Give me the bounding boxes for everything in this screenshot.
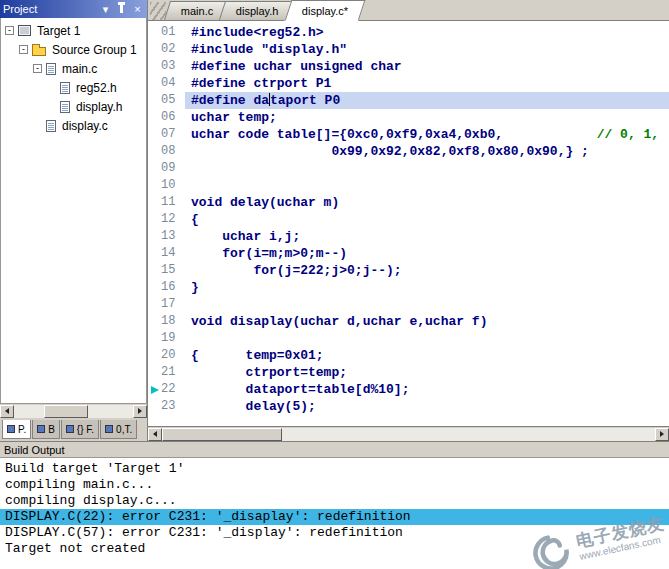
line-gutter: 06 [148, 109, 185, 126]
code-line[interactable]: 04#define ctrport P1 [148, 75, 669, 92]
code-text[interactable]: uchar temp; [185, 109, 669, 126]
code-text[interactable]: #define dataport P0 [185, 92, 669, 109]
line-gutter: 05 [148, 92, 185, 109]
code-text[interactable]: delay(5); [185, 398, 669, 415]
build-output-line[interactable]: DISPLAY.C(22): error C231: '_disaplay': … [0, 509, 669, 525]
pin-icon[interactable] [115, 3, 128, 16]
code-line[interactable]: 01#include<reg52.h> [148, 24, 669, 41]
project-tab[interactable]: P. [2, 420, 31, 439]
line-number: 17 [161, 296, 175, 313]
collapse-icon[interactable]: - [19, 45, 28, 54]
templates-tab[interactable]: 0,T. [100, 420, 137, 439]
line-number: 11 [161, 194, 175, 211]
code-line[interactable]: 06uchar temp; [148, 109, 669, 126]
editor-panel: main.cdisplay.hdisplay.c* 01#include<reg… [148, 0, 669, 441]
tree-item-main-c[interactable]: -main.c [1, 59, 146, 78]
chevron-down-icon[interactable]: ▾ [99, 3, 112, 16]
scroll-right-button[interactable] [133, 405, 147, 418]
code-line[interactable]: 08 0x99,0x92,0x82,0xf8,0x80,0x90,} ; [148, 143, 669, 160]
code-line[interactable]: 07uchar code table[]={0xc0,0xf9,0xa4,0xb… [148, 126, 669, 143]
build-output-log[interactable]: Build target 'Target 1'compiling main.c.… [0, 458, 669, 569]
tree-item-target-1[interactable]: -Target 1 [1, 21, 146, 40]
triangle-left-icon [153, 431, 157, 437]
build-output-line[interactable]: DISPLAY.C(57): error C231: '_display': r… [5, 525, 664, 541]
functions-tab[interactable]: {} F. [61, 420, 99, 439]
code-text[interactable] [185, 330, 669, 347]
code-text[interactable]: for(j=222;j>0;j--); [185, 262, 669, 279]
code-text[interactable]: for(i=m;m>0;m--) [185, 245, 669, 262]
build-output-line[interactable]: Target not created [5, 541, 664, 557]
code-text[interactable]: #include "display.h" [185, 41, 669, 58]
code-line[interactable]: 14 for(i=m;m>0;m--) [148, 245, 669, 262]
line-gutter: 02 [148, 41, 185, 58]
code-text[interactable]: uchar code table[]={0xc0,0xf9,0xa4,0xb0,… [185, 126, 669, 143]
code-text[interactable]: void disaplay(uchar d,uchar e,uchar f) [185, 313, 669, 330]
code-text[interactable] [185, 296, 669, 313]
tree-item-source-group-1[interactable]: -Source Group 1 [1, 40, 146, 59]
code-text[interactable]: { temp=0x01; [185, 347, 669, 364]
code-line[interactable]: 10 [148, 177, 669, 194]
close-icon[interactable]: × [131, 3, 144, 16]
code-text[interactable]: uchar i,j; [185, 228, 669, 245]
code-line[interactable]: 20{ temp=0x01; [148, 347, 669, 364]
code-text[interactable]: #include<reg52.h> [185, 24, 669, 41]
tab-display-c[interactable]: display.c* [285, 0, 366, 21]
tree-item-display-h[interactable]: display.h [1, 97, 146, 116]
code-line[interactable]: 22 dataport=table[d%10]; [148, 381, 669, 398]
line-number: 16 [161, 279, 175, 296]
file-h-icon [60, 82, 70, 94]
scroll-track[interactable] [14, 405, 133, 418]
tree-item-display-c[interactable]: display.c [1, 116, 146, 135]
editor-hscrollbar[interactable] [148, 426, 669, 441]
project-hscrollbar[interactable] [0, 404, 147, 418]
code-text[interactable]: dataport=table[d%10]; [185, 381, 669, 398]
scroll-thumb[interactable] [162, 428, 282, 441]
code-line[interactable]: 09 [148, 160, 669, 177]
code-line[interactable]: 12{ [148, 211, 669, 228]
line-gutter: 22 [148, 381, 185, 398]
code-text[interactable]: void delay(uchar m) [185, 194, 669, 211]
code-text[interactable]: 0x99,0x92,0x82,0xf8,0x80,0x90,} ; [185, 143, 669, 160]
scroll-left-button[interactable] [148, 428, 162, 441]
build-output-line[interactable]: compiling main.c... [5, 477, 664, 493]
code-line[interactable]: 15 for(j=222;j>0;j--); [148, 262, 669, 279]
code-text[interactable]: { [185, 211, 669, 228]
code-line[interactable]: 05#define dataport P0 [148, 92, 669, 109]
code-editor[interactable]: 01#include<reg52.h>02#include "display.h… [148, 21, 669, 426]
books-tab[interactable]: B [32, 420, 60, 439]
scroll-right-button[interactable] [655, 428, 669, 441]
code-text[interactable] [185, 160, 669, 177]
tree-item-label: main.c [60, 62, 99, 76]
scroll-thumb[interactable] [44, 405, 88, 418]
build-output-line[interactable]: Build target 'Target 1' [5, 461, 664, 477]
project-tab-icon [7, 425, 15, 433]
line-number: 10 [161, 177, 175, 194]
code-line[interactable]: 16} [148, 279, 669, 296]
tree-item-reg52-h[interactable]: reg52.h [1, 78, 146, 97]
scroll-track[interactable] [162, 428, 655, 441]
code-text[interactable]: #define uchar unsigned char [185, 58, 669, 75]
code-line[interactable]: 23 delay(5); [148, 398, 669, 415]
collapse-icon[interactable]: - [33, 64, 42, 73]
code-line[interactable]: 17 [148, 296, 669, 313]
code-line[interactable]: 11void delay(uchar m) [148, 194, 669, 211]
code-line[interactable]: 03#define uchar unsigned char [148, 58, 669, 75]
line-number: 15 [161, 262, 175, 279]
collapse-icon[interactable]: - [5, 26, 14, 35]
line-gutter: 21 [148, 364, 185, 381]
code-line[interactable]: 13 uchar i,j; [148, 228, 669, 245]
tree-item-label: display.c [60, 119, 110, 133]
line-gutter: 10 [148, 177, 185, 194]
code-line[interactable]: 19 [148, 330, 669, 347]
code-text[interactable]: } [185, 279, 669, 296]
code-line[interactable]: 18void disaplay(uchar d,uchar e,uchar f) [148, 313, 669, 330]
code-text[interactable] [185, 177, 669, 194]
code-text[interactable]: ctrport=temp; [185, 364, 669, 381]
project-panel-title: Project [3, 3, 96, 15]
project-panel: Project ▾ × -Target 1-Source Group 1-mai… [0, 0, 148, 441]
build-output-line[interactable]: compiling display.c... [5, 493, 664, 509]
code-line[interactable]: 21 ctrport=temp; [148, 364, 669, 381]
code-line[interactable]: 02#include "display.h" [148, 41, 669, 58]
scroll-left-button[interactable] [0, 405, 14, 418]
code-text[interactable]: #define ctrport P1 [185, 75, 669, 92]
